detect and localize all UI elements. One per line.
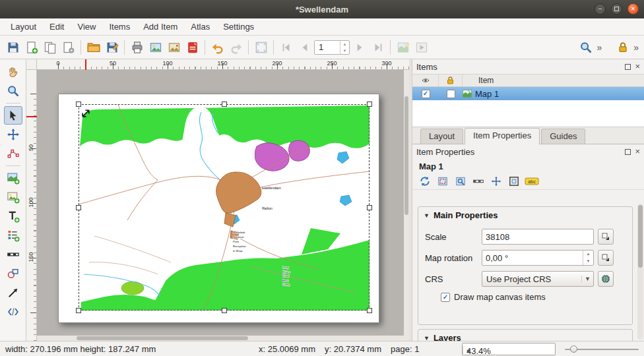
- add-map-button[interactable]: [4, 169, 22, 187]
- zoom-to-extent-button[interactable]: [453, 174, 468, 189]
- tab-layout[interactable]: Layout: [420, 129, 463, 144]
- close-button[interactable]: ×: [628, 3, 639, 15]
- resize-handle-se[interactable]: [367, 308, 372, 313]
- layout-page[interactable]: Swellendam Railton Bontebok National Par…: [58, 94, 379, 323]
- float-panel-button[interactable]: [625, 149, 631, 155]
- print-button[interactable]: [128, 38, 146, 56]
- zoom-toolbar-button[interactable]: [577, 38, 595, 56]
- zoom-tool-button[interactable]: [4, 82, 22, 100]
- redo-button[interactable]: [227, 38, 245, 56]
- lock-checkbox[interactable]: [447, 90, 455, 98]
- vertical-ruler[interactable]: 50 100 150: [26, 70, 37, 341]
- add-label-button[interactable]: [4, 207, 22, 225]
- add-arrow-button[interactable]: [4, 283, 22, 302]
- zoom-slider-thumb[interactable]: [570, 345, 577, 353]
- resize-handle-w[interactable]: [76, 205, 81, 210]
- tab-item-properties[interactable]: Item Properties: [465, 128, 540, 144]
- select-move-item-tool-button[interactable]: [4, 106, 22, 125]
- horizontal-ruler[interactable]: 0 50 100 150 200 250 300: [37, 59, 409, 70]
- show-labels-button[interactable]: abc: [525, 174, 539, 189]
- crs-select-button[interactable]: [598, 271, 614, 287]
- map-rotation-spinbox[interactable]: 0,00 ° ▲▼: [482, 250, 594, 266]
- previous-page-button[interactable]: [296, 38, 313, 56]
- add-legend-button[interactable]: [4, 226, 22, 245]
- panels-overflow-button[interactable]: »: [632, 42, 640, 53]
- menu-item-items[interactable]: Items: [102, 19, 137, 34]
- load-from-template-button[interactable]: [84, 38, 102, 56]
- duplicate-layout-button[interactable]: [41, 38, 59, 56]
- export-svg-button[interactable]: [165, 38, 183, 56]
- page-number-spinbox[interactable]: 1 ▲▼: [314, 40, 350, 55]
- export-pdf-button[interactable]: [183, 38, 201, 56]
- scale-override-button[interactable]: [598, 229, 614, 245]
- add-scalebar-button[interactable]: [4, 245, 22, 264]
- scrollbar-thumb[interactable]: [404, 96, 408, 215]
- menu-item-settings[interactable]: Settings: [216, 19, 261, 34]
- move-map-content-button[interactable]: [489, 174, 503, 189]
- toolbar-overflow-button[interactable]: »: [595, 42, 603, 53]
- refresh-map-button[interactable]: [418, 174, 432, 189]
- properties-scrollbar[interactable]: [637, 204, 643, 340]
- menu-item-atlas[interactable]: Atlas: [184, 19, 216, 34]
- rotation-override-button[interactable]: [598, 250, 614, 266]
- next-page-button[interactable]: [350, 38, 368, 56]
- zoom-level-combobox[interactable]: 43.4% ▼: [462, 343, 556, 355]
- pan-tool-button[interactable]: [4, 63, 22, 81]
- page-spin-arrows[interactable]: ▲▼: [340, 41, 349, 54]
- preview-atlas-button[interactable]: [412, 38, 430, 56]
- menu-item-edit[interactable]: Edit: [43, 19, 71, 34]
- zoom-full-button[interactable]: [252, 38, 270, 56]
- tab-guides[interactable]: Guides: [541, 129, 585, 144]
- resize-handle-n[interactable]: [222, 102, 227, 107]
- zoom-slider[interactable]: [565, 341, 639, 356]
- menu-item-layout[interactable]: Layout: [4, 19, 43, 34]
- visibility-checkbox[interactable]: ✓: [422, 90, 430, 98]
- resize-handle-e[interactable]: [367, 205, 372, 210]
- spin-buttons[interactable]: ▲▼: [583, 251, 593, 265]
- export-image-button[interactable]: [146, 38, 164, 56]
- canvas-horizontal-scrollbar[interactable]: [37, 336, 404, 341]
- items-list[interactable]: ✓ Map 1: [412, 87, 644, 127]
- menu-item-view[interactable]: View: [71, 19, 102, 34]
- layers-header[interactable]: ▼ Layers: [418, 330, 632, 341]
- atlas-settings-button[interactable]: [394, 38, 412, 56]
- set-map-extent-button[interactable]: [435, 174, 450, 189]
- scrollbar-thumb[interactable]: [77, 336, 248, 340]
- maximize-button[interactable]: [611, 3, 622, 15]
- layout-viewport[interactable]: Swellendam Railton Bontebok National Par…: [37, 70, 409, 341]
- canvas-vertical-scrollbar[interactable]: [404, 70, 409, 341]
- resize-handle-s[interactable]: [222, 308, 227, 313]
- move-item-content-tool-button[interactable]: [4, 125, 22, 144]
- item-row-map1[interactable]: ✓ Map 1: [412, 87, 644, 100]
- new-layout-button[interactable]: [22, 38, 40, 56]
- draw-canvas-items-checkbox[interactable]: ✓: [441, 293, 450, 302]
- main-properties-header[interactable]: ▼ Main Properties: [418, 207, 632, 223]
- undo-button[interactable]: [209, 38, 226, 56]
- layout-canvas[interactable]: 0 50 100 150 200 250 300 50 100 150: [26, 59, 409, 341]
- resize-handle-sw[interactable]: [76, 308, 81, 313]
- layout-manager-button[interactable]: [59, 38, 77, 56]
- save-project-button[interactable]: [4, 38, 22, 56]
- add-shape-button[interactable]: [4, 264, 22, 283]
- edit-nodes-tool-button[interactable]: [4, 144, 22, 163]
- scrollbar-thumb[interactable]: [638, 205, 643, 268]
- close-panel-button[interactable]: ×: [635, 148, 640, 155]
- menu-item-add-item[interactable]: Add Item: [137, 19, 184, 34]
- close-panel-button[interactable]: ×: [635, 63, 640, 70]
- add-html-button[interactable]: [4, 303, 22, 321]
- map-item[interactable]: Swellendam Railton Bontebok National Par…: [79, 104, 370, 311]
- add-picture-button[interactable]: [4, 188, 22, 206]
- save-as-template-button[interactable]: [103, 38, 121, 56]
- first-page-button[interactable]: [277, 38, 295, 56]
- minimize-button[interactable]: −: [595, 3, 606, 15]
- last-page-button[interactable]: [369, 38, 387, 56]
- crs-dropdown[interactable]: Use Project CRS ▼: [482, 271, 594, 287]
- scale-input[interactable]: 38108: [482, 229, 594, 245]
- properties-scroll-area[interactable]: ▼ Main Properties Scale 38108 Map rotati…: [412, 202, 644, 341]
- float-panel-button[interactable]: [625, 64, 631, 70]
- lock-panels-button[interactable]: [614, 38, 631, 56]
- resize-handle-ne[interactable]: [367, 102, 372, 107]
- set-scale-button[interactable]: [471, 174, 486, 189]
- frame-settings-button[interactable]: [507, 174, 521, 189]
- resize-handle-nw[interactable]: [76, 102, 81, 107]
